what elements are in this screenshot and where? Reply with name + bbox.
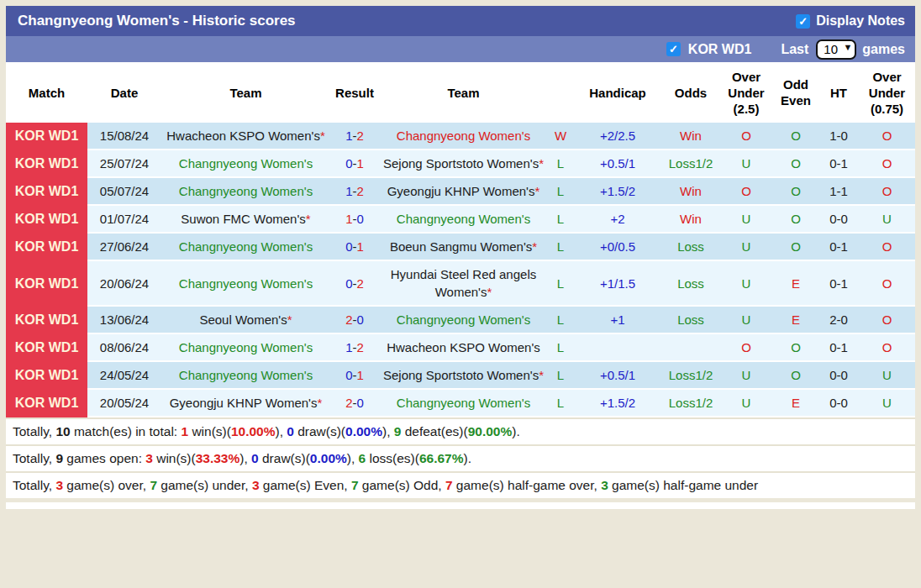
- handicap-value: +1.5/2: [573, 178, 662, 206]
- result-score: 1-2: [330, 178, 379, 206]
- over-under-25: U: [719, 390, 773, 417]
- odd-even: O: [773, 123, 818, 150]
- over-under-075: O: [859, 307, 915, 334]
- league-badge: KOR WD1: [6, 123, 87, 150]
- over-under-075: O: [859, 261, 915, 307]
- display-notes-label: Display Notes: [816, 13, 905, 29]
- half-time-score: 1-0: [818, 123, 859, 150]
- last-games-select-wrap: 10 ▼: [816, 39, 856, 60]
- last-label: Last: [781, 42, 808, 57]
- match-date: 08/06/24: [87, 334, 161, 362]
- result-score: 2-0: [330, 390, 379, 417]
- handicap-value: +2: [573, 206, 662, 234]
- handicap-value: +1.5/2: [573, 390, 662, 417]
- odds-result: Loss1/2: [662, 362, 719, 390]
- league-badge: KOR WD1: [6, 206, 87, 234]
- summary-line: Totally, 9 games open: 3 win(s)(33.33%),…: [6, 444, 915, 471]
- win-loss-flag: L: [548, 150, 573, 178]
- over-under-25: U: [719, 307, 773, 334]
- home-team: Changnyeong Women's: [161, 234, 330, 261]
- result-score: 0-1: [330, 150, 379, 178]
- page-title: Changnyeong Women's - Historic scores: [18, 13, 296, 29]
- home-team: Changnyeong Women's: [161, 261, 330, 307]
- over-under-075: O: [859, 234, 915, 261]
- odds-result: Loss: [662, 234, 719, 261]
- league-checkbox[interactable]: ✓: [666, 42, 681, 56]
- league-badge: KOR WD1: [6, 390, 87, 417]
- handicap-value: +0.5/1: [573, 362, 662, 390]
- away-team: Hyundai Steel Red angels Women's*: [379, 261, 548, 307]
- win-loss-flag: L: [548, 390, 573, 417]
- odds-result: Loss: [662, 307, 719, 334]
- footer-notes: Totally, 10 match(es) in total: 1 win(s)…: [6, 417, 915, 498]
- odds-result: [662, 334, 719, 362]
- over-under-25: U: [719, 362, 773, 390]
- odds-result: Win: [662, 206, 719, 234]
- win-loss-flag: L: [548, 178, 573, 206]
- half-time-score: 2-0: [818, 307, 859, 334]
- home-team: Changnyeong Women's: [161, 178, 330, 206]
- league-label: KOR WD1: [688, 42, 752, 57]
- column-header: [548, 62, 573, 123]
- result-score: 0-1: [330, 362, 379, 390]
- historic-scores-panel: Changnyeong Women's - Historic scores ✓ …: [6, 6, 915, 498]
- column-header: Over Under (2.5): [719, 62, 773, 123]
- handicap-value: +1: [573, 307, 662, 334]
- league-badge: KOR WD1: [6, 362, 87, 390]
- display-notes-checkbox[interactable]: ✓: [796, 14, 810, 29]
- odds-result: Loss1/2: [662, 150, 719, 178]
- handicap-value: +0/0.5: [573, 234, 662, 261]
- win-loss-flag: L: [548, 206, 573, 234]
- half-time-score: 0-1: [818, 261, 859, 307]
- last-games-select[interactable]: 10: [816, 39, 856, 60]
- odd-even: O: [773, 206, 818, 234]
- result-score: 0-2: [330, 261, 379, 307]
- title-bar: Changnyeong Women's - Historic scores ✓ …: [6, 6, 915, 36]
- away-team: Hwacheon KSPO Women's: [379, 334, 548, 362]
- away-team: Sejong Sportstoto Women's*: [379, 362, 548, 390]
- column-header: Team: [379, 62, 548, 123]
- next-section-strip: [6, 502, 915, 509]
- match-row: KOR WD125/07/24Changnyeong Women's0-1Sej…: [6, 150, 915, 178]
- odd-even: E: [773, 307, 818, 334]
- match-date: 20/05/24: [87, 390, 161, 417]
- match-row: KOR WD124/05/24Changnyeong Women's0-1Sej…: [6, 362, 915, 390]
- result-score: 1-2: [330, 334, 379, 362]
- result-score: 1-0: [330, 206, 379, 234]
- away-team: Gyeongju KHNP Women's*: [379, 178, 548, 206]
- over-under-075: U: [859, 206, 915, 234]
- column-header: Handicap: [573, 62, 662, 123]
- away-team: Boeun Sangmu Women's*: [379, 234, 548, 261]
- half-time-score: 0-0: [818, 362, 859, 390]
- over-under-075: O: [859, 178, 915, 206]
- league-badge: KOR WD1: [6, 150, 87, 178]
- over-under-075: U: [859, 390, 915, 417]
- half-time-score: 0-1: [818, 150, 859, 178]
- win-loss-flag: L: [548, 307, 573, 334]
- over-under-25: O: [719, 123, 773, 150]
- result-score: 2-0: [330, 307, 379, 334]
- games-label: games: [862, 42, 905, 57]
- win-loss-flag: W: [548, 123, 573, 150]
- column-header: Match: [6, 62, 87, 123]
- over-under-25: U: [719, 261, 773, 307]
- over-under-075: U: [859, 362, 915, 390]
- home-team: Hwacheon KSPO Women's*: [161, 123, 330, 150]
- league-badge: KOR WD1: [6, 261, 87, 307]
- result-score: 1-2: [330, 123, 379, 150]
- over-under-25: U: [719, 206, 773, 234]
- odds-result: Win: [662, 123, 719, 150]
- over-under-075: O: [859, 334, 915, 362]
- match-date: 20/06/24: [87, 261, 161, 307]
- column-header: Result: [330, 62, 379, 123]
- column-header: Over Under (0.75): [859, 62, 915, 123]
- match-row: KOR WD127/06/24Changnyeong Women's0-1Boe…: [6, 234, 915, 261]
- away-team: Changnyeong Women's: [379, 206, 548, 234]
- column-header: Team: [161, 62, 330, 123]
- odd-even: O: [773, 150, 818, 178]
- win-loss-flag: L: [548, 261, 573, 307]
- home-team: Changnyeong Women's: [161, 334, 330, 362]
- over-under-25: U: [719, 150, 773, 178]
- over-under-25: O: [719, 334, 773, 362]
- odd-even: O: [773, 234, 818, 261]
